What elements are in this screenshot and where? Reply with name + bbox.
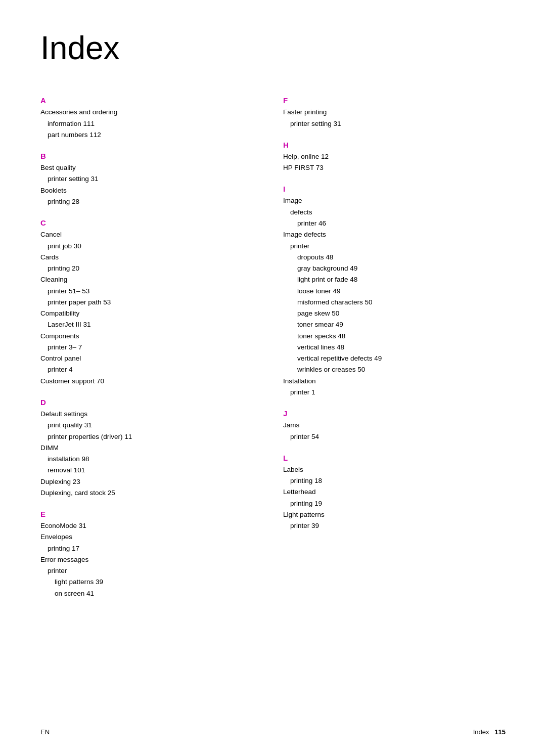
index-entry: removal 101 — [40, 465, 263, 476]
section-content: Imagedefectsprinter 46Image defectsprint… — [283, 195, 506, 398]
section-letter: J — [283, 409, 506, 418]
section-letter: E — [40, 510, 263, 518]
index-entry: vertical lines 48 — [283, 342, 506, 353]
section-letter: L — [283, 454, 506, 462]
index-entry: Light patterns — [283, 509, 506, 520]
footer-label: Index — [473, 728, 489, 736]
section-letter: D — [40, 398, 263, 407]
left-column: AAccessories and orderinginformation 111… — [40, 96, 263, 610]
index-entry: Cards — [40, 252, 263, 263]
index-entry: printing 28 — [40, 196, 263, 207]
index-entry: printer paper path 53 — [40, 297, 263, 308]
footer-left: EN — [40, 728, 50, 736]
index-entry: printer — [283, 241, 506, 252]
section-content: Faster printingprinter setting 31 — [283, 107, 506, 129]
index-entry: Labels — [283, 464, 506, 475]
index-entry: installation 98 — [40, 454, 263, 465]
index-entry: printing 18 — [283, 475, 506, 486]
section-content: Accessories and orderinginformation 111p… — [40, 107, 263, 141]
section-content: Help, online 12HP FIRST 73 — [283, 151, 506, 174]
index-entry: Envelopes — [40, 531, 263, 543]
section-content: Cancelprint job 30Cardsprinting 20Cleani… — [40, 229, 263, 387]
index-entry: on screen 41 — [40, 588, 263, 599]
index-entry: printer 39 — [283, 520, 506, 531]
index-entry: printer 1 — [283, 387, 506, 398]
index-entry: Best quality — [40, 162, 263, 173]
index-entry: Image — [283, 195, 506, 206]
section-content: Labelsprinting 18Letterheadprinting 19Li… — [283, 464, 506, 532]
index-section: DDefault settingsprint quality 31printer… — [40, 398, 263, 499]
index-section: CCancelprint job 30Cardsprinting 20Clean… — [40, 218, 263, 387]
index-entry: printing 19 — [283, 498, 506, 509]
index-entry: HP FIRST 73 — [283, 162, 506, 173]
index-section: JJamsprinter 54 — [283, 409, 506, 442]
index-entry: printer 3– 7 — [40, 342, 263, 353]
index-section: FFaster printingprinter setting 31 — [283, 96, 506, 129]
page-footer: EN Index 115 — [40, 728, 506, 736]
index-entry: part numbers 112 — [40, 129, 263, 141]
index-entry: misformed characters 50 — [283, 297, 506, 308]
index-entry: printer setting 31 — [40, 173, 263, 185]
index-entry: information 111 — [40, 118, 263, 129]
index-entry: vertical repetitive defects 49 — [283, 353, 506, 364]
index-section: AAccessories and orderinginformation 111… — [40, 96, 263, 141]
index-entry: Duplexing, card stock 25 — [40, 487, 263, 499]
footer-right: Index 115 — [473, 728, 506, 736]
index-entry: Faster printing — [283, 107, 506, 118]
section-letter: H — [283, 141, 506, 149]
index-entry: print quality 31 — [40, 420, 263, 431]
index-entry: printer setting 31 — [283, 118, 506, 129]
index-entry: Customer support 70 — [40, 376, 263, 387]
index-entry: Accessories and ordering — [40, 107, 263, 118]
index-entry: light print or fade 48 — [283, 274, 506, 285]
index-entry: Help, online 12 — [283, 151, 506, 162]
index-entry: Cleaning — [40, 274, 263, 285]
index-entry: dropouts 48 — [283, 252, 506, 263]
index-entry: toner smear 49 — [283, 319, 506, 330]
index-section: EEconoMode 31Envelopesprinting 17Error m… — [40, 510, 263, 599]
index-entry: EconoMode 31 — [40, 520, 263, 531]
section-letter: I — [283, 185, 506, 193]
index-entry: loose toner 49 — [283, 286, 506, 297]
section-content: Default settingsprint quality 31printer … — [40, 409, 263, 499]
right-column: FFaster printingprinter setting 31HHelp,… — [283, 96, 506, 610]
index-entry: Jams — [283, 420, 506, 431]
index-section: HHelp, online 12HP FIRST 73 — [283, 141, 506, 174]
index-entry: printer 54 — [283, 431, 506, 442]
index-entry: printing 20 — [40, 263, 263, 274]
index-entry: wrinkles or creases 50 — [283, 364, 506, 375]
index-entry: Components — [40, 331, 263, 342]
index-entry: Compatibility — [40, 308, 263, 319]
index-entry: page skew 50 — [283, 308, 506, 319]
section-letter: B — [40, 152, 263, 160]
index-columns: AAccessories and orderinginformation 111… — [40, 96, 506, 610]
section-letter: A — [40, 96, 263, 105]
section-letter: F — [283, 96, 506, 105]
page-title: Index — [40, 30, 506, 66]
index-entry: Duplexing 23 — [40, 476, 263, 487]
index-entry: printing 17 — [40, 543, 263, 554]
index-entry: Image defects — [283, 229, 506, 240]
index-entry: Control panel — [40, 353, 263, 364]
index-entry: Error messages — [40, 554, 263, 565]
footer-page: 115 — [494, 728, 506, 736]
index-entry: printer — [40, 565, 263, 576]
index-entry: Installation — [283, 376, 506, 387]
section-content: Best qualityprinter setting 31Bookletspr… — [40, 162, 263, 207]
index-entry: defects — [283, 207, 506, 218]
index-section: IImagedefectsprinter 46Image defectsprin… — [283, 185, 506, 398]
index-entry: light patterns 39 — [40, 576, 263, 588]
section-content: Jamsprinter 54 — [283, 420, 506, 442]
page: Index AAccessories and orderinginformati… — [0, 0, 546, 756]
section-letter: C — [40, 218, 263, 227]
index-entry: printer properties (driver) 11 — [40, 431, 263, 442]
index-entry: printer 46 — [283, 218, 506, 229]
index-entry: printer 4 — [40, 364, 263, 375]
index-entry: printer 51– 53 — [40, 286, 263, 297]
index-entry: Default settings — [40, 409, 263, 420]
index-entry: Cancel — [40, 229, 263, 240]
index-entry: gray background 49 — [283, 263, 506, 274]
index-entry: DIMM — [40, 442, 263, 454]
index-entry: toner specks 48 — [283, 331, 506, 342]
index-entry: LaserJet III 31 — [40, 319, 263, 330]
